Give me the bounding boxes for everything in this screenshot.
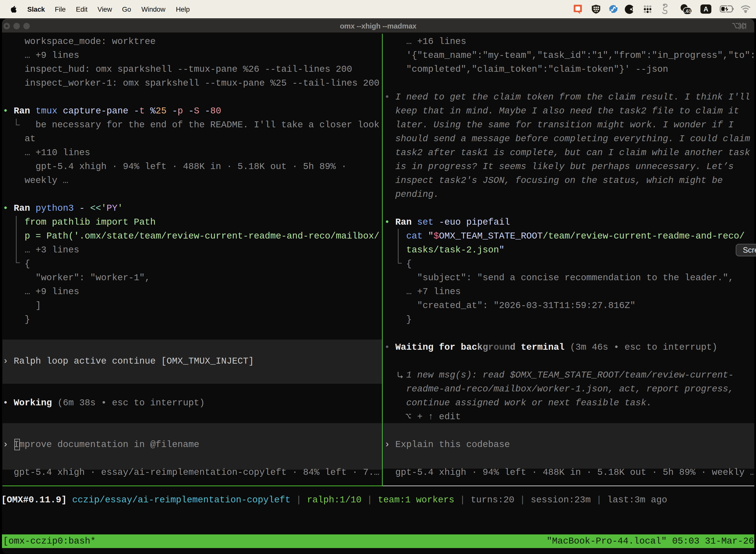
svg-text:..61: ..61	[684, 8, 692, 14]
